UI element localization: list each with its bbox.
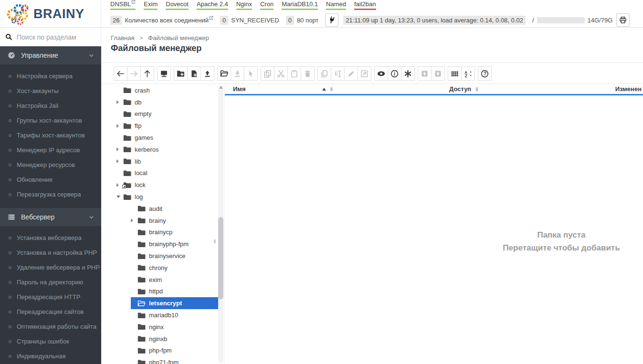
network-drive-button[interactable] bbox=[157, 66, 171, 81]
sidebar-item-оптимизация-работы-сайта[interactable]: Оптимизация работы сайта bbox=[0, 319, 101, 334]
folder-icon bbox=[137, 359, 146, 364]
sidebar-item-пароль-на-директорию[interactable]: Пароль на директорию bbox=[0, 275, 101, 290]
tree-item-row[interactable]: log bbox=[116, 191, 219, 203]
nav-link-cron[interactable]: Cron bbox=[260, 0, 274, 10]
sidebar-item-label: Настройка сервера bbox=[17, 73, 73, 80]
tree-item-row[interactable]: local bbox=[116, 167, 219, 179]
upload-button[interactable] bbox=[200, 66, 214, 81]
up-button[interactable] bbox=[140, 66, 154, 81]
tree-item-row[interactable]: ftp bbox=[116, 120, 219, 132]
sidebar-item-настройка-сервера[interactable]: Настройка сервера bbox=[0, 69, 101, 83]
grid-view-button[interactable] bbox=[448, 66, 462, 81]
sidebar-item-настройка-jail[interactable]: Настройка Jail bbox=[0, 98, 101, 113]
tree-item-row[interactable]: php71-fpm bbox=[131, 356, 219, 364]
tree-item-row[interactable]: kerberos bbox=[116, 144, 219, 156]
sidebar-item-установка-вебсервера[interactable]: Установка вебсервера bbox=[0, 230, 101, 245]
sidebar-item-переадресация-http[interactable]: Переадресация HTTP bbox=[0, 290, 101, 304]
network-drive-icon bbox=[160, 70, 168, 78]
brainy-logo[interactable]: BRAINY bbox=[0, 0, 101, 28]
expand-arrow-icon[interactable] bbox=[116, 183, 119, 187]
folder-name: log bbox=[135, 193, 143, 200]
tree-item-row[interactable]: db bbox=[116, 96, 219, 108]
tree-item-row[interactable]: nginx bbox=[131, 321, 219, 333]
tree-item-row[interactable]: lib bbox=[116, 156, 219, 167]
tree-item-row[interactable]: games bbox=[116, 132, 219, 144]
nav-link-dovecot[interactable]: Dovecot bbox=[166, 0, 189, 10]
nav-link-apache-2-4[interactable]: Apache 2.4 bbox=[197, 0, 228, 10]
column-header-modified[interactable]: Изменен bbox=[615, 85, 642, 93]
new-folder-button[interactable] bbox=[174, 66, 188, 81]
back-button[interactable] bbox=[114, 66, 127, 81]
expand-arrow-icon[interactable] bbox=[116, 124, 119, 128]
sidebar-item-перезагрузка-сервера[interactable]: Перезагрузка сервера bbox=[0, 187, 101, 202]
tree-item-row[interactable]: lock bbox=[116, 179, 219, 191]
sidebar-item-тарифы-хост-аккаунтов[interactable]: Тарифы хост-аккаунтов bbox=[0, 128, 101, 143]
expand-arrow-icon[interactable] bbox=[116, 159, 119, 163]
tree-item-row[interactable]: brainyphp-fpm bbox=[131, 238, 219, 250]
tree-item-row[interactable]: mariadb10 bbox=[131, 309, 219, 321]
sidebar-item-обновление[interactable]: Обновление bbox=[0, 172, 101, 187]
breadcrumb-home-link[interactable]: Главная bbox=[111, 34, 134, 42]
scrollbar-up-arrow-icon[interactable] bbox=[219, 86, 223, 89]
sidebar-item-установка-и-настройка-php[interactable]: Установка и настройка PHP bbox=[0, 245, 101, 260]
open-folder-button[interactable] bbox=[217, 66, 231, 81]
sidebar-item-переадресация-сайтов[interactable]: Переадресация сайтов bbox=[0, 304, 101, 319]
tree-item-row[interactable]: php-fpm bbox=[131, 345, 219, 357]
connections-label[interactable]: Количество всех соединений bbox=[125, 17, 213, 24]
bullet-icon bbox=[9, 104, 11, 107]
tree-scrollbar[interactable] bbox=[218, 85, 223, 363]
scrollbar-thumb[interactable] bbox=[218, 217, 223, 299]
column-resize-handle[interactable]: ‖ bbox=[475, 86, 478, 92]
tree-item-row[interactable]: nginxb bbox=[131, 333, 219, 345]
help-button[interactable]: ? bbox=[478, 66, 492, 81]
up-icon bbox=[143, 70, 151, 78]
sidebar-item-группы-хост-аккаунтов[interactable]: Группы хост-аккаунтов bbox=[0, 113, 101, 128]
sidebar-item-удаление-вебсервера-и-php[interactable]: Удаление вебсервера и PHP bbox=[0, 260, 101, 275]
file-manager-toolbar: EAZ? bbox=[114, 66, 492, 81]
sidebar-item-хост-аккаунты[interactable]: Хост-аккаунты bbox=[0, 83, 101, 98]
sidebar-section-управление[interactable]: Управление bbox=[0, 46, 101, 64]
tree-item-row[interactable]: brainyservice bbox=[131, 250, 219, 262]
search-input[interactable] bbox=[17, 33, 95, 41]
new-file-button[interactable] bbox=[187, 66, 201, 81]
disk-report-button[interactable] bbox=[616, 13, 630, 27]
tree-item-row[interactable]: empty bbox=[116, 108, 219, 120]
tree-item-row[interactable]: brainy bbox=[131, 215, 219, 227]
info-button[interactable] bbox=[388, 66, 401, 81]
tree-item-row[interactable]: httpd bbox=[131, 286, 219, 298]
expand-arrow-icon[interactable] bbox=[131, 218, 133, 222]
tree-item-row[interactable]: chrony bbox=[131, 262, 219, 274]
nav-link-dnsbl[interactable]: DNSBL bbox=[110, 0, 136, 10]
nav-link-named[interactable]: Named bbox=[326, 0, 346, 10]
panel-splitter-handle[interactable]: ‖ bbox=[213, 239, 216, 244]
preview-button[interactable] bbox=[374, 66, 388, 81]
expand-arrow-icon[interactable] bbox=[116, 100, 119, 104]
sidebar-item-индивидуальная[interactable]: Индивидуальная bbox=[0, 349, 101, 364]
sidebar-section-вебсервер[interactable]: Вебсервер bbox=[0, 208, 101, 226]
expand-arrow-icon[interactable] bbox=[116, 147, 119, 151]
column-resize-handle[interactable]: ‖ bbox=[330, 86, 333, 92]
nav-link-exim[interactable]: Exim bbox=[144, 0, 158, 10]
sort-az-button[interactable]: AZ bbox=[461, 66, 475, 81]
top-right-bar: DNSBLEximDovecotApache 2.4NginxCronMaria… bbox=[102, 0, 643, 28]
nav-link-nginx[interactable]: Nginx bbox=[236, 0, 252, 10]
column-header-name[interactable]: Имя bbox=[233, 85, 246, 93]
sidebar-item-менеджер-ip-адресов[interactable]: Менеджер IP адресов bbox=[0, 143, 101, 157]
permissions-button[interactable] bbox=[401, 66, 415, 81]
nav-link-fail2ban[interactable]: fail2ban bbox=[354, 0, 376, 10]
connections-plug-button[interactable] bbox=[325, 13, 338, 27]
sidebar-item-менеджер-ресурсов[interactable]: Менеджер ресурсов bbox=[0, 157, 101, 172]
sidebar-item-страницы-ошибок[interactable]: Страницы ошибок bbox=[0, 334, 101, 349]
column-header-access[interactable]: Доступ bbox=[449, 85, 471, 93]
nav-link-mariadb10-1[interactable]: MariaDB10.1 bbox=[282, 0, 318, 10]
tree-item-row[interactable]: brainycp bbox=[131, 227, 219, 239]
tree-item-ftp: ftp bbox=[110, 120, 224, 132]
collapse-arrow-icon[interactable] bbox=[116, 196, 120, 198]
tree-item-row[interactable]: audit bbox=[131, 203, 219, 215]
tree-item-row[interactable]: letsencrypt bbox=[131, 297, 219, 309]
tree-item-row[interactable]: crash bbox=[116, 84, 219, 96]
folder-icon bbox=[123, 99, 131, 105]
folder-icon bbox=[137, 205, 146, 212]
tree-item-row[interactable]: exim bbox=[131, 274, 219, 286]
breadcrumb-separator: > bbox=[139, 34, 143, 42]
